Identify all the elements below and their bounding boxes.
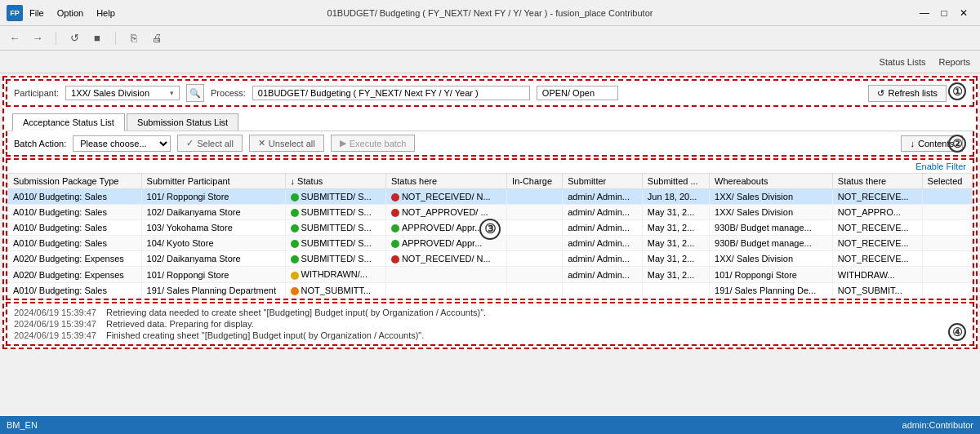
statusbar-right: admin:Contributor [902, 420, 973, 430]
participant-process-bar: Participant: 1XX/ Sales Division ▾ 🔍 Pro… [6, 79, 974, 107]
cell-submitter: admin/ Admin... [563, 189, 643, 205]
cell-participant: 101/ Roppongi Store [141, 189, 285, 205]
log-section: 2024/06/19 15:39:47Retrieving data neede… [6, 302, 974, 346]
cell-whereabouts: 1XX/ Sales Division [710, 251, 833, 267]
cell-pkg-type: A010/ Budgeting: Sales [8, 282, 142, 298]
cell-status-here [385, 282, 506, 298]
participant-chevron-icon: ▾ [170, 89, 174, 97]
cell-participant: 102/ Daikanyama Store [141, 251, 285, 267]
back-button[interactable]: ← [7, 30, 23, 46]
minimize-button[interactable]: — [915, 5, 934, 21]
col-selected: Selected [922, 174, 972, 189]
log-message: Retrieving data needed to create sheet "… [106, 308, 486, 317]
table-row[interactable]: A020/ Budgeting: Expenses101/ Roppongi S… [8, 267, 973, 282]
cell-status: SUBMITTED/ S... [285, 251, 385, 267]
close-button[interactable]: ✕ [954, 5, 973, 21]
status-dot-icon [291, 224, 299, 232]
tab-bar: Acceptance Status List Submission Status… [6, 110, 974, 131]
refresh-icon: ↺ [877, 88, 884, 99]
batch-action-label: Batch Action: [14, 139, 66, 148]
batch-action-select[interactable]: Please choose... [73, 135, 171, 152]
cell-whereabouts: 101/ Roppongi Store [710, 267, 833, 282]
cell-participant: 191/ Sales Planning Department [141, 282, 285, 298]
col-status[interactable]: ↓ Status [285, 174, 385, 189]
cell-in-charge [507, 282, 563, 298]
cell-status: NOT_SUBMITT... [285, 282, 385, 298]
forward-button[interactable]: → [29, 30, 46, 46]
cell-submitted: May 31, 2... [642, 220, 709, 236]
cell-whereabouts: 930B/ Budget manage... [710, 220, 833, 236]
cell-in-charge [507, 267, 563, 282]
cell-status-there: NOT_RECEIVE... [832, 220, 922, 236]
refresh-button[interactable]: ↺ [66, 30, 82, 46]
table-body: A010/ Budgeting: Sales101/ Roppongi Stor… [8, 189, 973, 299]
refresh-lists-button[interactable]: ↺ Refresh lists [868, 85, 947, 102]
cell-in-charge [507, 251, 563, 267]
cell-submitted: May 31, 2... [642, 205, 709, 220]
table-header-row: Submission Package Type Submitter Partic… [8, 174, 973, 189]
status-lists-link[interactable]: Status Lists [880, 57, 926, 67]
cell-in-charge [507, 220, 563, 236]
cell-submitter: admin/ Admin... [563, 251, 643, 267]
log-timestamp: 2024/06/19 15:39:47 [14, 308, 96, 317]
cell-status-there: NOT_APPRO... [832, 205, 922, 220]
cell-in-charge [507, 236, 563, 251]
menu-file[interactable]: File Option Help [29, 8, 115, 18]
status-dot-icon [291, 255, 299, 264]
cell-pkg-type: A010/ Budgeting: Sales [8, 189, 142, 205]
tab-acceptance-status[interactable]: Acceptance Status List [12, 113, 125, 131]
cell-pkg-type: A010/ Budgeting: Sales [8, 205, 142, 220]
process-field: 01BUDGET/ Budgeting ( FY_NEXT/ Next FY /… [252, 86, 530, 100]
cell-status-here: NOT_RECEIVED/ N... [385, 189, 506, 205]
stop-button[interactable]: ■ [89, 30, 105, 46]
table-row[interactable]: A010/ Budgeting: Sales104/ Kyoto StoreSU… [8, 236, 973, 251]
data-table: Submission Package Type Submitter Partic… [7, 173, 973, 299]
status-dot-icon [391, 224, 399, 232]
maximize-button[interactable]: □ [934, 5, 954, 21]
cell-status-here: NOT_RECEIVED/ N... [385, 251, 506, 267]
table-row[interactable]: A020/ Budgeting: Expenses102/ Daikanyama… [8, 251, 973, 267]
table-row[interactable]: A010/ Budgeting: Sales101/ Roppongi Stor… [8, 189, 973, 205]
unselect-icon: ✕ [258, 138, 265, 148]
cell-participant: 104/ Kyoto Store [141, 236, 285, 251]
statusbar: BM_EN admin:Contributor [0, 416, 980, 434]
cell-status-here: APPROVED/ Appr... [385, 236, 506, 251]
section2-num: ② [948, 135, 966, 153]
status-dot-icon [391, 255, 399, 264]
unselect-all-button[interactable]: ✕ Unselect all [249, 135, 324, 152]
cell-selected [922, 189, 972, 205]
cell-status-here: APPROVED/ Appr... [385, 220, 506, 236]
log-entry: 2024/06/19 15:39:47Retrieving data neede… [14, 307, 966, 318]
participant-dropdown[interactable]: 1XX/ Sales Division ▾ [65, 86, 180, 100]
cell-status-there: NOT_RECEIVE... [832, 236, 922, 251]
cell-status: SUBMITTED/ S... [285, 205, 385, 220]
toolbar-divider2 [115, 32, 116, 45]
copy-button[interactable]: ⎘ [126, 30, 142, 46]
reports-link[interactable]: Reports [938, 57, 970, 67]
top-menu-bar: Status Lists Reports [0, 51, 980, 73]
table-row[interactable]: A010/ Budgeting: Sales102/ Daikanyama St… [8, 205, 973, 220]
cell-participant: 102/ Daikanyama Store [141, 205, 285, 220]
col-participant: Submitter Participant [141, 174, 285, 189]
log-entry: 2024/06/19 15:39:47Finished creating she… [14, 330, 966, 341]
select-all-button[interactable]: ✓ Select all [177, 135, 243, 152]
col-submitter: Submitter [563, 174, 643, 189]
cell-participant: 103/ Yokohama Store [141, 220, 285, 236]
cell-status-here: NOT_APPROVED/ ... [385, 205, 506, 220]
cell-whereabouts: 191/ Sales Planning De... [710, 282, 833, 298]
tab-submission-status[interactable]: Submission Status List [127, 113, 238, 131]
cell-submitted: May 31, 2... [642, 267, 709, 282]
execute-batch-button[interactable]: ▶ Execute batch [331, 135, 416, 152]
cell-submitted: May 31, 2... [642, 251, 709, 267]
table-row[interactable]: A010/ Budgeting: Sales191/ Sales Plannin… [8, 282, 973, 298]
enable-filter-link[interactable]: Enable Filter [7, 160, 973, 173]
participant-search-button[interactable]: 🔍 [186, 84, 204, 102]
status-dot-icon [291, 193, 299, 202]
cell-pkg-type: A020/ Budgeting: Expenses [8, 251, 142, 267]
table-row[interactable]: A010/ Budgeting: Sales103/ Yokohama Stor… [8, 220, 973, 236]
cell-selected [922, 251, 972, 267]
print-button[interactable]: 🖨 [149, 30, 165, 46]
cell-selected [922, 205, 972, 220]
log-entries: 2024/06/19 15:39:47Retrieving data neede… [14, 307, 966, 341]
participant-label: Participant: [14, 88, 59, 98]
